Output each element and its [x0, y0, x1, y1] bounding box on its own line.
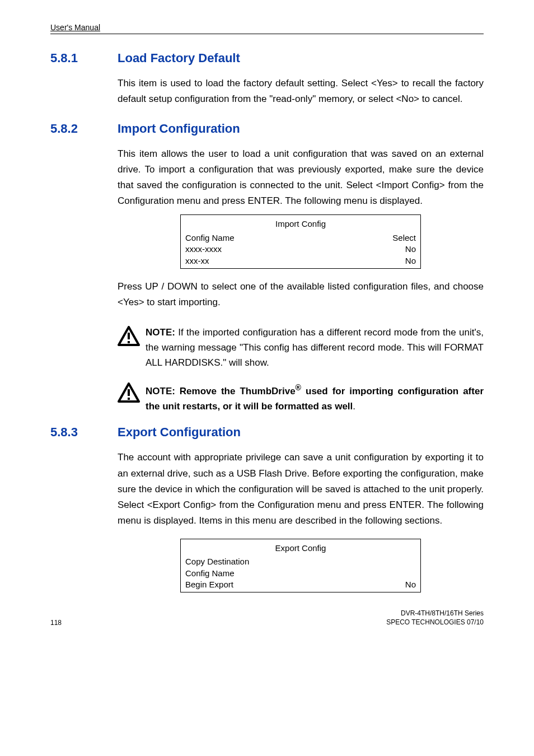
table-row: Begin Export No: [185, 579, 416, 590]
registered-mark: ®: [296, 383, 301, 392]
section-581-title: Load Factory Default: [118, 51, 240, 66]
table-row: xxxx-xxxx No: [185, 244, 416, 255]
note-1-label: NOTE:: [146, 327, 175, 338]
cell-right: Select: [392, 232, 416, 244]
note-2-text: NOTE: Remove the ThumbDrive® used for im…: [146, 381, 484, 414]
cell-left: xxxx-xxxx: [185, 244, 222, 255]
note-1-body: If the imported configuration has a diff…: [146, 327, 484, 368]
page-number: 118: [50, 619, 62, 627]
section-582-heading: 5.8.2 Import Configuration: [50, 122, 484, 136]
section-583-heading: 5.8.3 Export Configuration: [50, 425, 484, 440]
cell-left: Copy Destination: [185, 556, 249, 567]
section-582-text2: Press UP / DOWN to select one of the ava…: [118, 279, 484, 310]
cell-left: Begin Export: [185, 579, 233, 590]
table-row: Config Name: [185, 568, 416, 579]
cell-right: No: [405, 255, 416, 267]
svg-rect-1: [128, 341, 130, 343]
section-582-body1: This item allows the user to load a unit…: [118, 146, 484, 310]
note-1-text: NOTE: If the imported configuration has …: [146, 325, 484, 371]
svg-rect-3: [128, 398, 130, 400]
table-row: xxx-xx No: [185, 255, 416, 267]
svg-rect-2: [128, 389, 130, 396]
svg-rect-0: [128, 333, 130, 339]
section-581-num: 5.8.1: [50, 51, 118, 66]
footer: 118 DVR-4TH/8TH/16TH Series SPECO TECHNO…: [50, 609, 484, 627]
cell-right: No: [405, 579, 416, 590]
table-row: Config Name Select: [185, 232, 416, 244]
warning-icon: [118, 326, 140, 346]
section-582-num: 5.8.2: [50, 122, 118, 136]
section-581-text: This item is used to load the factory de…: [118, 76, 484, 107]
table-row: Copy Destination: [185, 556, 416, 567]
section-582-text1: This item allows the user to load a unit…: [118, 146, 484, 209]
cell-right: No: [405, 244, 416, 255]
import-config-table: Import Config Config Name Select xxxx-xx…: [180, 214, 421, 269]
warning-icon: [118, 382, 140, 403]
section-581-heading: 5.8.1 Load Factory Default: [50, 51, 484, 66]
note-2-pre: NOTE: Remove the ThumbDrive: [146, 386, 296, 396]
note-block-2: NOTE: Remove the ThumbDrive® used for im…: [118, 381, 484, 414]
footer-company: SPECO TECHNOLOGIES 07/10: [386, 618, 484, 627]
header: User's Manual: [50, 22, 484, 34]
section-583-num: 5.8.3: [50, 425, 118, 440]
section-581-body: This item is used to load the factory de…: [118, 76, 484, 107]
import-config-title: Import Config: [185, 216, 416, 232]
section-582-title: Import Configuration: [118, 122, 240, 136]
export-config-title: Export Config: [185, 540, 416, 557]
cell-left: xxx-xx: [185, 255, 209, 267]
section-583-title: Export Configuration: [118, 425, 241, 440]
section-583-body: The account with appropriate privilege c…: [118, 450, 484, 592]
section-583-text: The account with appropriate privilege c…: [118, 450, 484, 528]
cell-left: Config Name: [185, 232, 235, 244]
cell-left: Config Name: [185, 568, 235, 579]
export-config-table: Export Config Copy Destination Config Na…: [180, 539, 421, 593]
footer-series: DVR-4TH/8TH/16TH Series: [386, 609, 484, 618]
footer-right: DVR-4TH/8TH/16TH Series SPECO TECHNOLOGI…: [386, 609, 484, 627]
header-manual: User's Manual: [50, 23, 100, 32]
note-block-1: NOTE: If the imported configuration has …: [118, 325, 484, 371]
